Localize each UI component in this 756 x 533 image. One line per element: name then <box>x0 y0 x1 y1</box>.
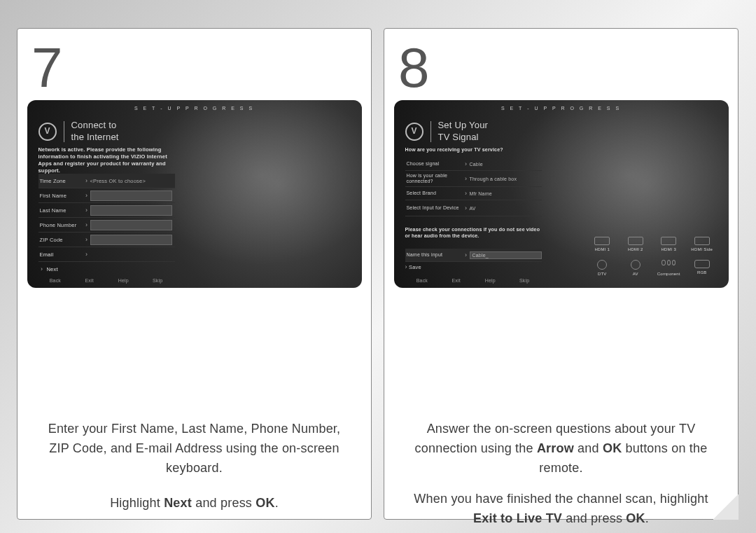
inst-line2: Highlight Next and press OK. <box>46 494 343 513</box>
step-number: 8 <box>398 36 738 100</box>
chevron-right-icon: › <box>463 190 470 197</box>
port-rgb: RGB <box>685 260 719 276</box>
component-icon <box>662 260 676 270</box>
skip-button[interactable]: Skip <box>507 278 542 283</box>
chevron-right-icon: › <box>463 251 470 258</box>
skip-button[interactable]: Skip <box>141 278 175 283</box>
row-next[interactable]: › Next <box>38 262 175 276</box>
port-hdmi3: HDMI 3 <box>652 237 686 251</box>
port-av: AV <box>619 260 652 276</box>
row-save[interactable]: › Save <box>405 263 421 270</box>
registration-form: Time Zone › <Press OK to choose> First N… <box>38 174 175 276</box>
page-corner-fold <box>713 494 738 520</box>
exit-button[interactable]: Exit <box>72 278 106 283</box>
row-lastname[interactable]: Last Name › <box>38 203 175 218</box>
row-email[interactable]: Email › <box>38 247 175 262</box>
chevron-right-icon: › <box>83 221 90 228</box>
hdmi-icon <box>594 237 610 245</box>
chevron-right-icon: › <box>83 177 90 184</box>
chevron-right-icon: › <box>405 263 407 270</box>
name-input-row[interactable]: Name this input › Cable_ <box>405 249 542 262</box>
ports-grid: HDMI 1 HDMI 2 HDMI 3 HDMI Side DTV AV Co… <box>586 237 719 276</box>
instructions-step8: Answer the on-screen questions about you… <box>412 420 710 533</box>
chevron-right-icon: › <box>463 175 470 182</box>
chevron-right-icon: › <box>83 207 90 214</box>
coax-icon <box>597 260 607 270</box>
instructions-step7: Enter your First Name, Last Name, Phone … <box>46 420 343 513</box>
row-zip[interactable]: ZIP Code › <box>38 233 175 247</box>
row-firstname[interactable]: First Name › <box>38 188 175 203</box>
screen-title: V Set Up Your TV Signal <box>405 120 489 144</box>
title-line1: Set Up Your <box>438 120 489 130</box>
zip-input[interactable] <box>90 235 172 245</box>
port-component: Component <box>652 260 686 276</box>
firstname-input[interactable] <box>90 191 172 201</box>
step-7-panel: 7 S E T - U P P R O G R E S S V Connect … <box>17 28 372 520</box>
bottom-nav: Back Exit Help Skip <box>405 275 542 285</box>
row-phone[interactable]: Phone Number › <box>38 218 175 233</box>
inst-line1: Enter your First Name, Last Name, Phone … <box>46 420 343 478</box>
chevron-right-icon: › <box>463 205 470 212</box>
vizio-logo-icon: V <box>38 123 57 141</box>
screen-description: Network is active. Please provide the fo… <box>38 146 175 175</box>
port-dtv: DTV <box>586 260 620 276</box>
step-8-panel: 8 S E T - U P P R O G R E S S V Set Up Y… <box>384 28 738 520</box>
bottom-nav: Back Exit Help Skip <box>38 275 175 285</box>
vga-icon <box>694 260 710 268</box>
chevron-right-icon: › <box>83 251 90 258</box>
step-number: 7 <box>31 36 371 100</box>
chevron-right-icon: › <box>38 265 46 272</box>
title-line2: the Internet <box>71 132 119 142</box>
screenshot-tv-signal: S E T - U P P R O G R E S S V Set Up You… <box>394 100 729 288</box>
back-button[interactable]: Back <box>405 278 440 283</box>
port-hdmi-side: HDMI Side <box>685 237 719 251</box>
question-heading: How are you receiving your TV service? <box>405 146 542 153</box>
connection-note: Please check your connections if you do … <box>405 226 542 239</box>
chevron-right-icon: › <box>83 192 90 199</box>
row-select-input[interactable]: Select Input for Device › AV <box>405 200 542 216</box>
progress-label: S E T - U P P R O G R E S S <box>134 106 254 111</box>
row-timezone[interactable]: Time Zone › <Press OK to choose> <box>38 174 175 188</box>
hdmi-icon <box>628 237 643 245</box>
lastname-input[interactable] <box>90 205 172 216</box>
phone-input[interactable] <box>90 220 172 230</box>
title-line2: TV Signal <box>438 132 479 142</box>
port-hdmi2: HDMI 2 <box>619 237 652 251</box>
back-button[interactable]: Back <box>38 278 73 283</box>
screen-title: V Connect to the Internet <box>38 120 119 144</box>
row-select-brand[interactable]: Select Brand › Mfr Name <box>405 187 542 200</box>
hdmi-icon <box>694 237 710 245</box>
hdmi-icon <box>661 237 676 245</box>
inst-line1: Answer the on-screen questions about you… <box>412 420 710 478</box>
signal-form: Choose signal › Cable How is your cable … <box>405 158 542 216</box>
vizio-logo-icon: V <box>405 123 424 141</box>
row-cable-connected[interactable]: How is your cable connected? › Through a… <box>405 171 542 187</box>
progress-label: S E T - U P P R O G R E S S <box>501 106 621 111</box>
screenshot-connect-internet: S E T - U P P R O G R E S S V Connect to… <box>27 100 362 288</box>
row-choose-signal[interactable]: Choose signal › Cable <box>405 158 542 171</box>
rca-icon <box>631 260 640 270</box>
inst-line2: When you have finished the channel scan,… <box>412 490 710 529</box>
port-hdmi1: HDMI 1 <box>586 237 620 251</box>
exit-button[interactable]: Exit <box>439 278 473 283</box>
help-button[interactable]: Help <box>106 278 141 283</box>
help-button[interactable]: Help <box>473 278 507 283</box>
chevron-right-icon: › <box>83 236 90 243</box>
title-line1: Connect to <box>71 120 117 130</box>
chevron-right-icon: › <box>463 160 470 167</box>
